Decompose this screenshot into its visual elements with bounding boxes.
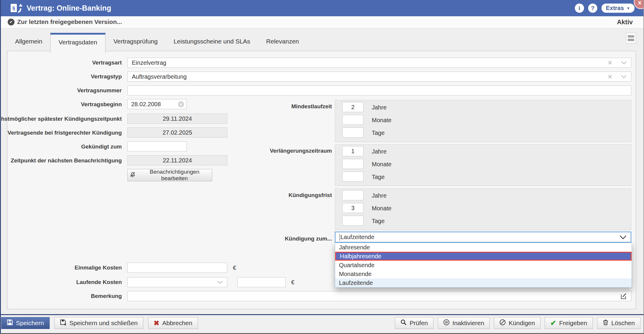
check-button-label: Prüfen [410, 320, 428, 327]
chevron-down-icon [621, 75, 627, 78]
window-border-left [0, 0, 1, 334]
page-title: Vertrag: Online-Banking [27, 4, 111, 12]
cancel-button[interactable]: ✖ Abbrechen [148, 317, 198, 329]
edit-note-icon[interactable] [620, 293, 627, 301]
monate-unit-label: Monate [372, 161, 392, 168]
vertragsende-label: Vertragsende bei fristgerechter Kündigun… [8, 130, 122, 136]
layout-bar-icon [628, 39, 634, 41]
option-quartalsende[interactable]: Quartalsende [335, 261, 632, 270]
tab-allgemein[interactable]: Allgemein [7, 33, 50, 51]
vertragsbeginn-field: × [127, 99, 187, 109]
deactivate-button-label: Inaktivieren [452, 320, 484, 327]
gekuendigt-zum-input[interactable] [127, 141, 187, 151]
bemerkung-label: Bemerkung [91, 293, 122, 299]
kuendigung-zum-value: Laufzeitende [340, 234, 374, 241]
text-cursor [340, 234, 340, 241]
option-monatsende[interactable]: Monatsende [335, 270, 632, 278]
title-bar: § Vertrag: Online-Banking i ? Extras ▼ x [0, 0, 644, 16]
footer-left-actions: Speichern x Speichern und schließen ✖ Ab… [1, 317, 198, 329]
laufende-kosten-label: Laufende Kosten [76, 279, 122, 285]
tab-vertragsdaten[interactable]: Vertragsdaten [50, 33, 106, 53]
vertragsnummer-input[interactable] [127, 85, 631, 96]
jahre-unit-label: Jahre [372, 148, 387, 155]
vertragsart-label: Vertragsart [92, 59, 122, 66]
mindestlaufzeit-tage-input[interactable] [342, 128, 364, 138]
euro-symbol: € [291, 279, 294, 286]
kuendigung-zum-combobox[interactable]: Laufzeitende [335, 232, 631, 243]
vertragstyp-select[interactable]: Auftragsverarbeitung × [127, 72, 631, 82]
laufende-kosten-input[interactable] [237, 277, 285, 287]
option-jahresende[interactable]: Jahresende [335, 243, 632, 252]
vertragsnummer-label: Vertragsnummer [77, 87, 122, 94]
mindestlaufzeit-monate-input[interactable] [342, 115, 364, 125]
vertragstyp-label: Vertragstyp [91, 73, 122, 80]
last-released-version-link[interactable]: ✔ Zur letzten freigegebenen Version... [8, 18, 122, 25]
verlaengerung-monate-input[interactable] [342, 159, 364, 169]
trash-icon [603, 319, 609, 327]
kuendigungsfrist-monate-input[interactable] [342, 203, 364, 213]
vertragsende-value: 27.02.2025 [127, 128, 227, 138]
option-halbjahresende[interactable]: Halbjahresende [335, 252, 632, 261]
save-button[interactable]: Speichern [1, 317, 50, 329]
release-button-label: Freigeben [559, 320, 587, 327]
close-window-button[interactable]: x [634, 0, 644, 9]
clear-icon[interactable]: × [608, 72, 612, 81]
no-entry-icon [499, 319, 506, 327]
help-icon[interactable]: ? [588, 4, 597, 13]
extras-button[interactable]: Extras ▼ [601, 4, 635, 13]
kuendigungsfrist-label: Kündigungsfrist [288, 192, 332, 199]
vertragsbeginn-label: Vertragsbeginn [81, 101, 122, 108]
benachrichtigungen-bearbeiten-button[interactable]: Benachrichtigungen bearbeiten [127, 169, 212, 181]
save-close-icon: x [60, 319, 66, 327]
save-and-close-label: Speichern und schließen [69, 320, 138, 327]
vertragsart-value: Einzelvertrag [132, 59, 166, 66]
delete-button[interactable]: Löschen [597, 317, 640, 329]
search-icon [400, 319, 407, 327]
save-and-close-button[interactable]: x Speichern und schließen [54, 317, 143, 329]
tab-leistungsscheine[interactable]: Leistungsscheine und SLAs [166, 33, 258, 51]
chevron-down-icon [621, 61, 627, 64]
svg-text:x: x [64, 322, 66, 326]
tab-relevanzen[interactable]: Relevanzen [258, 33, 307, 51]
kuendigung-zum-dropdown-list: Jahresende Halbjahresende Quartalsende M… [335, 243, 632, 288]
benachrichtigungen-button-label: Benachrichtigungen bearbeiten [139, 169, 210, 182]
layout-toggle-button[interactable] [626, 33, 636, 43]
deactivate-button[interactable]: Inaktivieren [438, 317, 490, 329]
chevron-down-icon[interactable] [619, 235, 627, 239]
info-icon[interactable]: i [575, 4, 584, 13]
bemerkung-input[interactable] [127, 291, 631, 301]
mindestlaufzeit-jahre-input[interactable] [342, 102, 364, 112]
terminate-button[interactable]: Kündigen [494, 317, 541, 329]
naechste-benachrichtigung-label: Zeitpunkt der nächsten Benachrichtigung [11, 157, 122, 164]
save-icon [7, 319, 13, 327]
naechst-kuendigung-value: 29.11.2024 [127, 114, 227, 124]
laufende-kosten-interval-select[interactable] [127, 277, 227, 287]
einmalige-kosten-input[interactable] [127, 263, 227, 273]
extras-label: Extras [606, 5, 624, 12]
verlaengerung-jahre-input[interactable] [342, 146, 364, 156]
clear-date-icon[interactable]: × [178, 101, 184, 107]
vertragsart-select[interactable]: Einzelvertrag × [127, 58, 631, 68]
chevron-down-icon: ▼ [627, 7, 630, 10]
release-button[interactable]: ✔ Freigeben [545, 317, 593, 329]
layout-bar-icon [628, 35, 634, 38]
kuendigung-zum-label: Kündigung zum... [285, 235, 332, 242]
tage-unit-label: Tage [372, 218, 385, 225]
svg-text:§: § [12, 6, 15, 11]
footer-bar: Speichern x Speichern und schließen ✖ Ab… [0, 315, 644, 334]
clear-icon[interactable]: × [608, 59, 612, 67]
mindestlaufzeit-label: Mindestlaufzeit [291, 103, 332, 110]
tage-unit-label: Tage [372, 174, 385, 180]
kuendigungsfrist-tage-input[interactable] [342, 216, 364, 226]
kuendigungsfrist-jahre-input[interactable] [342, 190, 364, 200]
check-icon: ✔ [550, 320, 556, 327]
tab-strip: Allgemein Vertragsdaten Vertragsprüfung … [7, 33, 307, 53]
check-button[interactable]: Prüfen [395, 317, 434, 329]
footer-right-actions: Prüfen Inaktivieren Kündigen ✔ Freigeben [395, 317, 640, 329]
option-laufzeitende[interactable]: Laufzeitende [335, 278, 632, 287]
verlaengerung-tage-input[interactable] [342, 172, 364, 182]
tab-vertragspruefung[interactable]: Vertragsprüfung [106, 33, 166, 51]
delete-button-label: Löschen [611, 320, 635, 327]
bell-slash-icon [129, 171, 136, 179]
contract-icon: § [10, 3, 23, 15]
